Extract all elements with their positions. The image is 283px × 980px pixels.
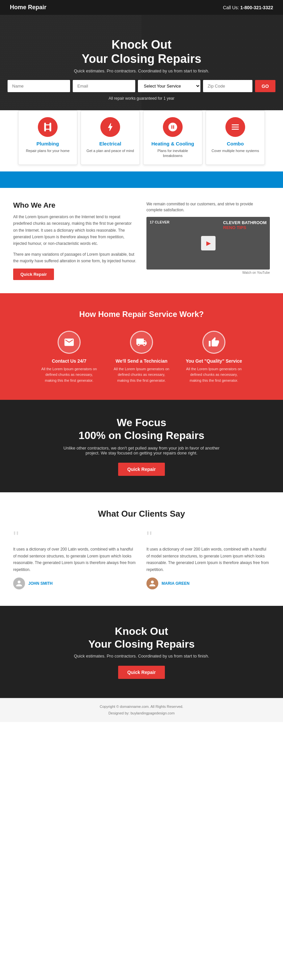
footer-text: Copyright © domainname.com. All Rights R… [6,703,277,717]
services-section: Plumbing Repair plans for your home Elec… [0,110,283,172]
electrical-title: Electrical [85,141,135,146]
focus-quick-repair-button[interactable]: Quick Repair [118,463,165,476]
testimonial-author-1: John Smith [13,578,137,589]
how-step-contact: Contact Us 24/7 All the Lorem Ipsum gene… [40,331,99,384]
bottom-hero-title: Knock Out Your Closing Repairs [88,625,194,650]
email-input[interactable] [73,80,135,92]
plumbing-desc: Repair plans for your home [22,148,73,153]
video-thumbnail[interactable]: 17 Clever CLEVER BATHROOM RENO TIPS [146,217,270,269]
contact-step-title: Contact Us 24/7 [40,358,99,364]
who-quick-repair-button[interactable]: Quick Repair [13,269,54,280]
hvac-title: Heating & Cooling [148,141,198,146]
hero-content: Knock Out Your Closing Repairs Quick est… [6,38,277,101]
combo-desc: Cover multiple home systems [210,148,261,153]
author-name-1: John Smith [28,581,52,586]
site-logo: Home Repair [10,4,46,11]
who-title: Who We Are [13,201,137,210]
how-title: How Home Repair Service Work? [13,310,270,319]
bottom-hero-section: Knock Out Your Closing Repairs Quick est… [0,606,283,698]
how-steps: Contact Us 24/7 All the Lorem Ipsum gene… [13,331,270,384]
testimonial-card-1: " It uses a dictionary of over 200 Latin… [13,531,137,589]
header-phone: Call Us: 1-800-321-3322 [223,5,273,10]
who-right-text: We remain committed to our customers, an… [146,201,270,213]
hero-section: Knock Out Your Closing Repairs Quick est… [0,15,283,120]
quote-mark-1: " [13,531,137,543]
how-step-technician: We'll Send a Technician All the Lorem Ip… [112,331,171,384]
who-right: We remain committed to our customers, an… [146,201,270,280]
hvac-icon [163,117,183,137]
service-select[interactable]: Select Your Service Plumbing Electrical … [138,80,200,92]
service-card-combo[interactable]: Combo Cover multiple home systems [206,110,265,165]
zip-input[interactable] [203,80,253,92]
hero-title: Knock Out Your Closing Repairs [6,38,277,66]
contact-icon [57,331,81,354]
quote-mark-2: " [146,531,270,543]
thumbsup-icon [202,331,226,354]
focus-desc: Unlike other contractors, we don't get p… [59,445,224,455]
contact-step-desc: All the Lorem Ipsum generators on define… [40,366,99,384]
technician-step-desc: All the Lorem Ipsum generators on define… [112,366,171,384]
focus-title: We Focus 100% on Closing Repairs [79,416,204,442]
how-section: How Home Repair Service Work? Contact Us… [0,293,283,400]
hero-guarantee: All repair works guaranteed for 1 year [6,96,277,101]
plumbing-icon [38,117,57,137]
combo-title: Combo [210,141,261,146]
who-left: Who We Are All the Lorem Ipsum generator… [13,201,137,280]
name-input[interactable] [8,80,70,92]
electrical-desc: Get a plan and peace of mind [85,148,135,153]
combo-icon [226,117,245,137]
video-footer: Watch on YouTube [146,271,270,274]
services-row: Plumbing Repair plans for your home Elec… [6,110,277,165]
hvac-desc: Plans for inevitable breakdowns [148,148,198,159]
focus-section: We Focus 100% on Closing Repairs Unlike … [0,400,283,492]
hero-form: Select Your Service Plumbing Electrical … [6,80,277,92]
testimonials-title: What Our Clients Say [13,509,270,519]
service-card-hvac[interactable]: Heating & Cooling Plans for inevitable b… [143,110,202,165]
footer: Copyright © domainname.com. All Rights R… [0,698,283,722]
technician-step-title: We'll Send a Technician [112,358,171,364]
play-button[interactable] [201,236,216,250]
hero-subtitle: Quick estimates. Pro contractors. Coordi… [6,68,277,73]
testimonial-text-2: It uses a dictionary of over 200 Latin w… [146,546,270,573]
author-avatar-2 [146,578,158,589]
plumbing-title: Plumbing [22,141,73,146]
who-section: Who We Are All the Lorem Ipsum generator… [0,188,283,293]
testimonial-card-2: " It uses a dictionary of over 200 Latin… [146,531,270,589]
blue-band [0,172,283,188]
testimonials-row: " It uses a dictionary of over 200 Latin… [13,531,270,589]
bottom-hero-quick-repair-button[interactable]: Quick Repair [118,666,165,679]
truck-icon [130,331,153,354]
who-para2: There are many variations of passages of… [13,251,137,264]
quality-step-desc: All the Lorem Ipsum generators on define… [184,366,243,384]
author-name-2: Maria Green [162,581,189,586]
service-card-electrical[interactable]: Electrical Get a plan and peace of mind [81,110,140,165]
video-label: 17 Clever [150,220,170,224]
service-card-plumbing[interactable]: Plumbing Repair plans for your home [18,110,77,165]
testimonial-text-1: It uses a dictionary of over 200 Latin w… [13,546,137,573]
testimonials-section: What Our Clients Say " It uses a diction… [0,492,283,606]
video-reno-label: CLEVER BATHROOM RENO TIPS [223,220,267,230]
who-para1: All the Lorem Ipsum generators on the In… [13,213,137,247]
author-avatar-1 [13,578,25,589]
header: Home Repair Call Us: 1-800-321-3322 [0,0,283,15]
bottom-hero-subtitle: Quick estimates. Pro contractors. Coordi… [74,654,209,659]
go-button[interactable]: GO [255,80,275,92]
quality-step-title: You Get "Quality" Service [184,358,243,364]
testimonial-author-2: Maria Green [146,578,270,589]
how-step-quality: You Get "Quality" Service All the Lorem … [184,331,243,384]
electrical-icon [100,117,120,137]
phone-number[interactable]: 1-800-321-3322 [240,5,273,10]
